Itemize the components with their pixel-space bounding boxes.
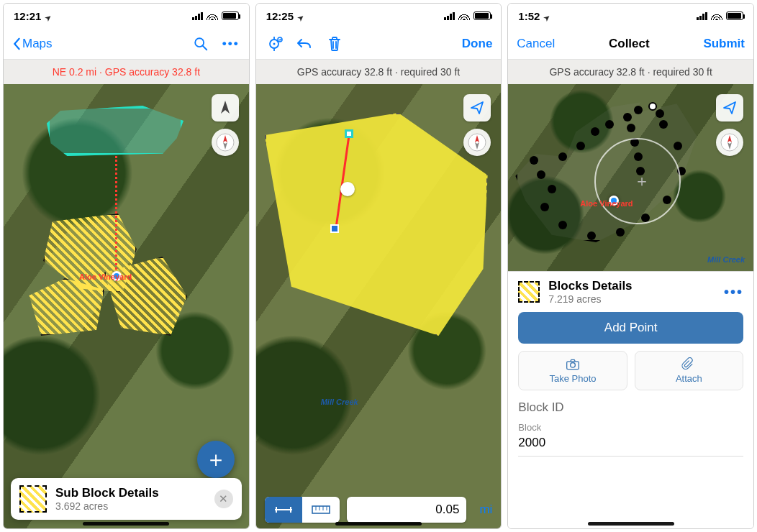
battery-icon [726, 12, 743, 20]
cell-signal-icon [192, 12, 203, 20]
midpoint-handle[interactable] [340, 182, 355, 196]
take-photo-label: Take Photo [549, 373, 596, 384]
feature-popup[interactable]: Sub Block Details 3.692 acres ✕ [11, 478, 242, 520]
home-indicator [83, 522, 169, 526]
search-icon [193, 36, 209, 52]
map-label: Aloe Vineyard [580, 199, 633, 208]
locate-arrow-icon [470, 101, 484, 115]
popup-subtitle: 3.692 acres [55, 500, 206, 512]
status-bar: 1:52 [508, 4, 753, 28]
trash-icon [327, 36, 342, 52]
battery-icon [473, 12, 491, 20]
compass-button[interactable] [463, 129, 491, 156]
phone-maps-view: 12:21 Maps ••• NE 0.2 mi · GPS accuracy … [3, 3, 250, 529]
take-photo-button[interactable]: Take Photo [518, 351, 627, 390]
compass-icon [468, 133, 486, 152]
gps-banner: NE 0.2 mi · GPS accuracy 32.8 ft [4, 60, 249, 84]
measure-mode-segment [265, 497, 340, 523]
sheet-title: Blocks Details [548, 279, 715, 293]
segment-measure-length[interactable] [265, 497, 302, 523]
recenter-north-button[interactable] [212, 94, 239, 121]
location-services-icon [296, 10, 304, 22]
gps-target-icon [266, 35, 283, 52]
crosshair-icon: ＋ [634, 170, 650, 192]
paperclip-icon [681, 357, 696, 372]
wifi-icon [207, 10, 218, 22]
status-bar: 12:25 [256, 4, 502, 28]
phone-edit-geometry: 12:25 Done GPS accuracy 32.8 ft · requir… [255, 3, 502, 529]
symbol-swatch [19, 485, 47, 513]
camera-icon [566, 357, 580, 372]
selected-polygon[interactable] [47, 106, 183, 156]
wifi-icon [458, 10, 470, 22]
add-feature-button[interactable]: ＋ [197, 441, 235, 478]
field-section-header: Block ID [518, 400, 743, 415]
locate-me-button[interactable] [716, 94, 743, 121]
chevron-left-icon [12, 37, 21, 50]
measure-toolbar: mi [256, 497, 502, 523]
locate-me-button[interactable] [463, 94, 491, 121]
wifi-icon [711, 10, 722, 22]
nav-bar: Maps ••• [4, 28, 249, 60]
vertex-selected-handle[interactable] [330, 224, 339, 233]
status-time: 12:25 [266, 10, 294, 22]
map-label-creek: Mill Creek [707, 255, 745, 264]
home-indicator [588, 522, 674, 526]
cell-signal-icon [697, 12, 707, 20]
page-title: Collect [609, 37, 650, 51]
close-icon: ✕ [219, 492, 228, 505]
delete-button[interactable] [325, 35, 344, 53]
gps-banner: GPS accuracy 32.8 ft · required 30 ft [256, 60, 502, 84]
popup-title: Sub Block Details [55, 486, 206, 500]
close-popup-button[interactable]: ✕ [214, 490, 233, 508]
undo-button[interactable] [295, 35, 314, 53]
back-maps-button[interactable]: Maps [12, 37, 53, 51]
status-time: 12:21 [14, 10, 41, 22]
distance-unit-button[interactable]: mi [479, 503, 492, 517]
field-value-block[interactable]: 2000 [518, 433, 743, 457]
submit-button[interactable]: Submit [703, 37, 745, 51]
north-arrow-icon [219, 100, 232, 116]
nav-bar: Done [256, 28, 502, 60]
done-button[interactable]: Done [462, 37, 493, 51]
ruler-icon [312, 503, 330, 516]
status-time: 1:52 [518, 10, 540, 22]
symbol-swatch [518, 281, 540, 303]
add-point-button[interactable]: Add Point [518, 312, 743, 344]
ruler-length-icon [273, 504, 294, 515]
svg-line-1 [202, 45, 207, 50]
battery-icon [222, 12, 239, 20]
distance-readout[interactable] [347, 497, 467, 523]
sheet-subtitle: 7.219 acres [548, 293, 715, 305]
vertex-handle[interactable] [345, 129, 353, 138]
nav-bar: Cancel Collect Submit [508, 28, 753, 60]
segment-measure-area[interactable] [302, 497, 340, 523]
cancel-button[interactable]: Cancel [517, 37, 555, 51]
location-services-icon [44, 10, 51, 22]
search-button[interactable] [191, 35, 210, 53]
phone-collect-view: 1:52 Cancel Collect Submit GPS accuracy … [507, 3, 754, 529]
gps-target-button[interactable] [265, 35, 284, 53]
collect-form-sheet: Blocks Details 7.219 acres ••• Add Point… [508, 271, 753, 528]
map-canvas[interactable]: Mill Creek mi [256, 84, 502, 528]
gps-banner: GPS accuracy 32.8 ft · required 30 ft [508, 60, 753, 84]
compass-icon [720, 133, 739, 152]
map-label: Aloe Vineyard [79, 272, 132, 281]
overflow-menu-button[interactable]: ••• [222, 35, 240, 53]
attach-label: Attach [676, 373, 702, 384]
undo-icon [296, 37, 313, 51]
attach-button[interactable]: Attach [635, 351, 743, 390]
cell-signal-icon [444, 12, 455, 20]
distance-input[interactable] [354, 503, 460, 517]
status-bar: 12:21 [4, 4, 249, 28]
compass-button[interactable] [716, 129, 743, 156]
compass-button[interactable] [212, 129, 239, 156]
map-canvas[interactable]: ＋ Aloe Vineyard Mill Creek [508, 84, 753, 271]
location-services-icon [543, 10, 550, 22]
svg-point-4 [273, 42, 275, 45]
field-label-block: Block [518, 422, 743, 433]
map-canvas[interactable]: Aloe Vineyard ＋ Sub Block Details 3.692 … [4, 84, 249, 528]
direction-line [115, 156, 117, 278]
sheet-overflow-menu[interactable]: ••• [724, 284, 743, 301]
compass-icon [216, 133, 235, 152]
